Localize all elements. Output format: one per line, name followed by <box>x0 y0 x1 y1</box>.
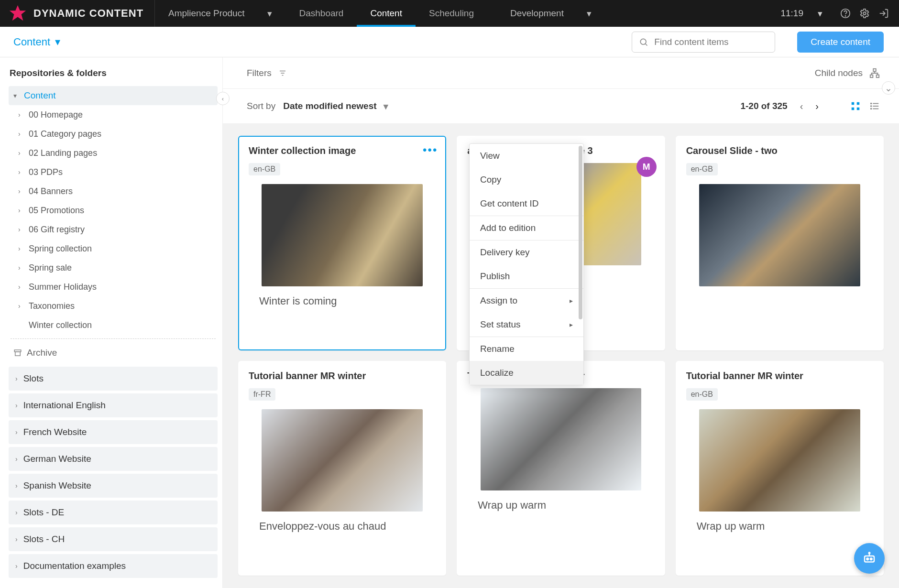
locale-badge: fr-FR <box>249 388 275 401</box>
card-thumbnail <box>699 409 860 512</box>
repo-item[interactable]: ›Spanish Website <box>9 474 218 498</box>
tree-item[interactable]: ›06 Gift registry <box>9 220 218 239</box>
chevron-right-icon: › <box>18 302 29 310</box>
svg-point-28 <box>869 553 870 554</box>
content-card[interactable]: Tutorial banner MR winterWrap up warm <box>457 361 665 576</box>
svg-rect-7 <box>15 352 21 356</box>
logout-icon[interactable] <box>876 6 891 21</box>
brand: DYNAMIC CONTENT <box>0 0 155 27</box>
repo-item[interactable]: ›Slots <box>9 367 218 391</box>
collapse-sidebar-button[interactable]: ‹ <box>216 92 230 105</box>
cards-grid: View Copy Get content ID Add to edition … <box>223 123 899 588</box>
card-thumbnail <box>262 409 423 512</box>
content-area: ‹ Filters Child nodes ⌄ Sort by Date mod… <box>223 57 899 588</box>
prev-page-button[interactable]: ‹ <box>800 101 803 112</box>
ctx-set-status[interactable]: Set status▸ <box>470 313 583 337</box>
chevron-right-icon: › <box>15 455 18 463</box>
sort-bar: Sort by Date modified newest ▾ 1-20 of 3… <box>223 89 899 123</box>
repo-item[interactable]: ›Documentation examples <box>9 554 218 578</box>
tree-item-label: 00 Homepage <box>29 110 83 120</box>
filters-bar: Filters Child nodes ⌄ <box>223 57 899 89</box>
content-card[interactable]: Winter collection image•••en-GBWinter is… <box>238 136 446 350</box>
sub-header: Content ▾ Create content <box>0 27 899 57</box>
svg-point-2 <box>845 16 845 16</box>
product-selector[interactable]: Amplience Product ▾ <box>155 8 285 19</box>
tree-item[interactable]: ›04 Banners <box>9 182 218 201</box>
archive-row[interactable]: Archive <box>9 343 218 364</box>
card-caption: Winter is coming <box>249 295 436 307</box>
scrollbar[interactable] <box>579 146 582 319</box>
scope-dropdown[interactable]: Content ▾ <box>13 36 60 48</box>
create-content-button[interactable]: Create content <box>797 32 884 53</box>
help-icon[interactable] <box>838 6 853 21</box>
expand-button[interactable]: ⌄ <box>882 81 895 95</box>
tree-item[interactable]: ›01 Category pages <box>9 124 218 143</box>
content-card[interactable]: Carousel Slide - twoen-GB <box>676 136 884 350</box>
tree-item[interactable]: ›02 Landing pages <box>9 143 218 163</box>
chevron-right-icon: › <box>15 482 18 490</box>
card-caption: Enveloppez-vous au chaud <box>249 520 436 533</box>
repo-item[interactable]: ›French Website <box>9 420 218 444</box>
card-thumbnail <box>699 184 860 286</box>
content-card[interactable]: Tutorial banner MR winteren-GBWrap up wa… <box>676 361 884 576</box>
tree-item[interactable]: ›Spring collection <box>9 239 218 258</box>
tree-item-label: 01 Category pages <box>29 129 101 139</box>
child-nodes-label: Child nodes <box>815 68 863 78</box>
repo-item[interactable]: ›Slots - CH <box>9 527 218 551</box>
scope-label: Content <box>13 36 50 48</box>
sort-value: Date modified newest <box>283 101 376 111</box>
ctx-assign-to[interactable]: Assign to▸ <box>470 289 583 313</box>
locale-badge: en-GB <box>686 388 718 401</box>
repo-item[interactable]: ›Slots - DE <box>9 501 218 524</box>
filters-button[interactable]: Filters <box>247 68 287 78</box>
child-nodes-toggle[interactable]: Child nodes <box>815 68 880 78</box>
svg-rect-17 <box>857 108 860 110</box>
repo-item[interactable]: ›International English <box>9 393 218 417</box>
tab-dashboard[interactable]: Dashboard <box>285 0 357 27</box>
card-caption: Wrap up warm <box>467 499 654 512</box>
search-input[interactable] <box>654 37 768 47</box>
ctx-copy[interactable]: Copy <box>470 168 583 192</box>
ctx-localize[interactable]: Localize <box>470 361 583 385</box>
chat-assistant-button[interactable] <box>854 543 885 574</box>
repo-label: German Website <box>23 454 91 464</box>
next-page-button[interactable]: › <box>815 101 819 112</box>
ctx-delivery-key[interactable]: Delivery key <box>470 240 583 264</box>
ctx-add-to-edition[interactable]: Add to edition <box>470 216 583 240</box>
tree-item[interactable]: ›05 Promotions <box>9 201 218 220</box>
chevron-right-icon: › <box>18 226 29 233</box>
search-box[interactable] <box>632 32 775 53</box>
primary-tabs: Dashboard Content Scheduling <box>285 0 487 27</box>
list-view-button[interactable] <box>869 101 880 111</box>
top-nav: DYNAMIC CONTENT Amplience Product ▾ Dash… <box>0 0 899 27</box>
chevron-right-icon: › <box>15 535 18 543</box>
tree-item[interactable]: ›00 Homepage <box>9 105 218 124</box>
grid-view-button[interactable] <box>850 101 861 111</box>
clock[interactable]: 11:19 ▾ <box>780 8 822 19</box>
ctx-get-id[interactable]: Get content ID <box>470 192 583 216</box>
environment-selector[interactable]: Development ▾ <box>497 8 605 19</box>
search-icon <box>639 37 648 47</box>
tree-root-content[interactable]: ▾ Content <box>9 86 218 105</box>
ctx-rename[interactable]: Rename <box>470 337 583 361</box>
ctx-view[interactable]: View <box>470 144 583 168</box>
sort-dropdown[interactable]: Date modified newest ▾ <box>283 101 388 112</box>
tree-item[interactable]: ›Taxonomies <box>9 296 218 316</box>
ctx-publish[interactable]: Publish <box>470 264 583 288</box>
tree-item[interactable]: ›Summer Holidays <box>9 277 218 296</box>
settings-icon[interactable] <box>857 6 872 21</box>
archive-label: Archive <box>27 348 57 358</box>
environment-name: Development <box>510 8 564 19</box>
svg-rect-15 <box>857 102 860 105</box>
tree-item[interactable]: ›Spring sale <box>9 258 218 277</box>
tab-scheduling[interactable]: Scheduling <box>416 0 487 27</box>
repo-item[interactable]: ›German Website <box>9 447 218 471</box>
svg-point-22 <box>871 106 872 107</box>
card-menu-button[interactable]: ••• <box>423 143 438 157</box>
tab-content[interactable]: Content <box>357 0 416 27</box>
chevron-down-icon: ▾ <box>13 92 24 99</box>
tree-item[interactable]: ›03 PDPs <box>9 163 218 182</box>
tree-item-winter-collection[interactable]: Winter collection <box>9 316 218 335</box>
tree-item-label: Summer Holidays <box>29 282 97 292</box>
content-card[interactable]: Tutorial banner MR winterfr-FREnveloppez… <box>238 361 446 576</box>
